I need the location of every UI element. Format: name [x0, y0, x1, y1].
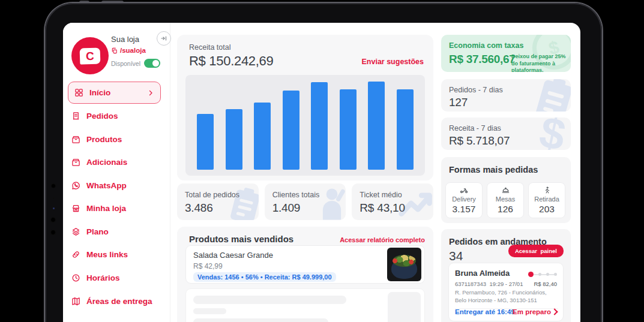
- chart-bar: [368, 82, 385, 170]
- sidebar-item-meus-links[interactable]: Meus links: [71, 248, 128, 260]
- stat-value: 1.409: [272, 201, 301, 215]
- sidebar-item-inicio[interactable]: Início: [68, 82, 161, 104]
- chart-bar: [397, 89, 414, 170]
- method-value: 3.157: [446, 204, 482, 215]
- top-products-card: Produtos mais vendidos Acessar relatório…: [177, 227, 433, 322]
- orders-7d-card: Pedidos - 7 dias 127: [441, 79, 571, 112]
- sidebar-item-adicionais[interactable]: Adicionais: [71, 156, 127, 168]
- method-label: Retirada: [529, 195, 565, 203]
- send-suggestions-link[interactable]: Enviar sugestões: [361, 58, 424, 66]
- chevron-right-icon: [147, 89, 154, 97]
- revenue-7d-card: $ Receita - 7 dias R$ 5.718,07: [441, 118, 571, 150]
- method-label: Delivery: [446, 195, 482, 203]
- map-icon: [71, 297, 80, 306]
- method-value: 203: [529, 204, 565, 215]
- box-icon: [71, 135, 80, 144]
- order-number: 6371187343: [455, 281, 486, 287]
- sidebar-item-minha-loja[interactable]: Minha loja: [71, 202, 126, 214]
- sidebar-item-label: Pedidos: [86, 112, 118, 121]
- revenue-7d-value: R$ 5.718,07: [449, 134, 510, 148]
- sidebar-collapse-button[interactable]: [157, 31, 171, 46]
- photo-background: C Sua loja /sualoja Disponível Início: [0, 0, 644, 322]
- camera-dot: [53, 207, 55, 209]
- sidebar-item-plano[interactable]: Plano: [71, 225, 109, 237]
- sidebar-item-label: Minha loja: [86, 204, 126, 213]
- product-sales-badge: Vendas: 1456 • 56% • Receita: R$ 49.999,…: [193, 272, 336, 282]
- order-methods-row: Delivery 3.157 Mesas 126 Retirada 203: [445, 182, 565, 218]
- revenue-total-value: R$ 150.242,69: [189, 53, 273, 69]
- walking-icon: [543, 186, 551, 194]
- cloche-icon: [501, 186, 510, 194]
- store-slug: /sualoja: [120, 47, 146, 54]
- availability-toggle[interactable]: [144, 59, 160, 68]
- ongoing-orders-card: Pedidos em andamento 34 Acessar painel B…: [441, 229, 571, 322]
- order-deliver-by: Entregar até 16:49: [455, 308, 515, 315]
- grid-icon: [74, 88, 83, 97]
- product-row[interactable]: Salada Caesar Grande R$ 42,99 Vendas: 14…: [185, 245, 425, 284]
- chart-bar: [197, 114, 214, 170]
- sidebar-item-label: Início: [89, 88, 110, 97]
- tax-savings-note: Deixou de pagar 25% do faturamento à pla…: [511, 53, 568, 72]
- availability-label: Disponível: [111, 60, 140, 67]
- access-panel-button[interactable]: Acessar painel: [508, 245, 564, 257]
- sidebar-item-areas-de-entrega[interactable]: Áreas de entrega: [71, 295, 152, 307]
- method-delivery: Delivery 3.157: [445, 182, 483, 218]
- revenue-7d-label: Receita - 7 dias: [449, 124, 501, 133]
- copy-icon: [111, 47, 118, 54]
- chart-bar: [340, 89, 357, 170]
- method-mesas: Mesas 126: [487, 182, 524, 218]
- product-price: R$ 42,99: [193, 262, 223, 270]
- stat-label: Total de pedidos: [185, 191, 239, 199]
- sidebar-item-whatsapp[interactable]: WhatsApp: [71, 179, 127, 191]
- stat-value: 3.486: [185, 201, 213, 215]
- tax-savings-card: $ Economia com taxas R$ 37.560,67 Deixou…: [441, 35, 571, 72]
- skeleton-bar: [193, 296, 346, 304]
- skeleton-bar: [193, 308, 226, 314]
- revenue-total-card: Receita total R$ 150.242,69 Enviar suges…: [177, 35, 433, 180]
- collapse-icon: [160, 35, 167, 42]
- stat-label: Clientes totais: [272, 191, 320, 199]
- chart-bar: [254, 103, 271, 170]
- sidebar-item-label: Meus links: [86, 250, 128, 259]
- order-methods-card: Formas mais pedidas Delivery 3.157 Mesas…: [441, 157, 571, 223]
- store-slug-row[interactable]: /sualoja: [111, 47, 146, 54]
- product-name: Salada Caesar Grande: [193, 251, 273, 260]
- tax-savings-value: R$ 37.560,67: [449, 53, 516, 66]
- order-card[interactable]: Bruna Almeida 6371187343 19:29 - 27/01 R…: [448, 263, 564, 321]
- chart-bar: [226, 109, 242, 170]
- whatsapp-icon: [71, 181, 80, 190]
- clipboard-icon: [220, 183, 258, 220]
- dollar-icon: $: [535, 118, 570, 150]
- order-meta: 6371187343 19:29 - 27/01: [455, 281, 523, 287]
- sidebar-item-horarios[interactable]: Horários: [71, 272, 120, 284]
- order-status-link[interactable]: Em preparo: [513, 308, 557, 315]
- sidebar-item-pedidos[interactable]: Pedidos: [71, 110, 118, 122]
- order-datetime: 19:29 - 27/01: [489, 281, 523, 287]
- order-methods-title: Formas mais pedidas: [449, 165, 538, 174]
- layers-icon: [71, 227, 80, 236]
- order-total: R$ 82,40: [534, 281, 557, 287]
- box-icon: [71, 158, 80, 167]
- orders-7d-value: 127: [449, 96, 468, 109]
- camera-dot: [50, 217, 56, 222]
- stat-label: Ticket médio: [360, 191, 402, 199]
- full-report-link[interactable]: Acessar relatório completo: [340, 236, 425, 243]
- person-icon: [312, 183, 346, 220]
- stat-card-clientes-totais: Clientes totais 1.409: [265, 183, 346, 220]
- top-products-title: Produtos mais vendidos: [189, 234, 293, 244]
- sidebar-item-produtos[interactable]: Produtos: [71, 133, 122, 145]
- camera-dot: [53, 197, 55, 199]
- sidebar-item-label: Horários: [86, 273, 120, 282]
- order-status: Em preparo: [513, 308, 551, 315]
- sidebar-item-label: WhatsApp: [86, 181, 127, 190]
- sidebar: C Sua loja /sualoja Disponível Início: [63, 23, 170, 322]
- motorcycle-icon: [459, 186, 469, 194]
- order-address: R. Pernambuco, 726 - Funcionários, Belo …: [455, 289, 558, 309]
- clipboard-icon: [524, 79, 571, 112]
- app-screen: C Sua loja /sualoja Disponível Início: [63, 23, 580, 322]
- order-customer-name: Bruna Almeida: [455, 269, 510, 278]
- skeleton-bar: [193, 318, 328, 322]
- stat-card-total-pedidos: Total de pedidos 3.486: [177, 183, 259, 220]
- sidebar-item-label: Produtos: [86, 135, 122, 144]
- order-progress-steps: [528, 272, 557, 277]
